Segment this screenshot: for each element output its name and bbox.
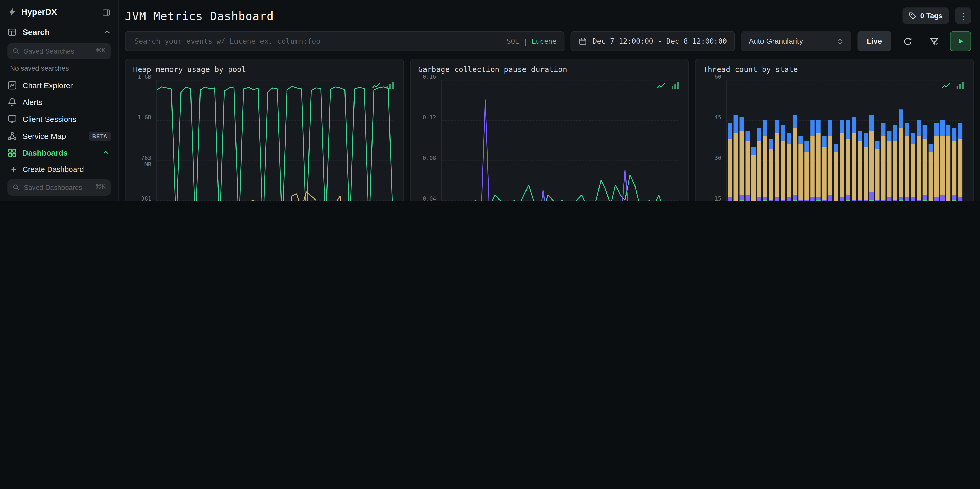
- granularity-value: Auto Granularity: [749, 37, 803, 46]
- y-tick-label: 763 MB: [133, 155, 151, 168]
- plot-area: [441, 80, 678, 201]
- y-tick-label: 30: [703, 155, 721, 161]
- refresh-button[interactable]: [897, 31, 918, 51]
- run-query-button[interactable]: [950, 31, 971, 51]
- panel-title: Thread count by state: [703, 65, 966, 74]
- event-search-input[interactable]: [133, 36, 502, 46]
- refresh-icon: [903, 37, 912, 46]
- sidebar: HyperDX Search ⌘K No saved searches Char…: [0, 0, 119, 201]
- nav-label: Chart Explorer: [22, 81, 111, 90]
- dashboard-header: JVM Metrics Dashboard 0 Tags ⋮: [119, 0, 980, 29]
- chevron-up-icon: [104, 29, 111, 36]
- nav-label: Alerts: [22, 98, 111, 107]
- no-saved-searches-text: No saved searches: [0, 63, 118, 77]
- panel-title: Garbage collection pause duration: [418, 65, 681, 74]
- dashboard-menu-button[interactable]: ⋮: [955, 8, 971, 24]
- sql-mode-label[interactable]: SQL: [507, 37, 519, 46]
- sidebar-item-alerts[interactable]: Alerts: [0, 94, 118, 111]
- brand-name: HyperDX: [21, 8, 98, 17]
- chart-explorer-icon: [8, 81, 17, 90]
- line-chart-toggle-icon[interactable]: [372, 82, 381, 89]
- live-label: Live: [867, 37, 882, 46]
- tags-button[interactable]: 0 Tags: [903, 8, 949, 24]
- sidebar-item-search[interactable]: Search: [0, 23, 118, 41]
- plus-icon: [10, 166, 18, 173]
- nav-label: Service Map: [22, 132, 84, 140]
- page-title: JVM Metrics Dashboard: [125, 9, 903, 22]
- panel-title: Heap memory usage by pool: [133, 65, 396, 74]
- date-range-value: Dec 7 12:00:00 - Dec 8 12:00:00: [593, 37, 727, 46]
- plot-area: [726, 80, 963, 201]
- nav-label: Client Sessions: [22, 115, 111, 123]
- query-language-toggle[interactable]: SQL | Lucene: [507, 37, 556, 46]
- plot-area: [156, 80, 393, 201]
- screen: HyperDX Search ⌘K No saved searches Char…: [0, 0, 980, 201]
- toolbar: SQL | Lucene Dec 7 12:00:00 - Dec 8 12:0…: [119, 29, 980, 55]
- lucene-mode-label[interactable]: Lucene: [531, 37, 557, 46]
- search-section-label: Search: [22, 27, 98, 37]
- date-range-picker[interactable]: Dec 7 12:00:00 - Dec 8 12:00:00: [571, 31, 735, 51]
- dashboards-grid-icon: [8, 148, 17, 157]
- granularity-select[interactable]: Auto Granularity: [741, 31, 851, 51]
- y-tick-label: 381 MB: [133, 196, 151, 201]
- sidebar-item-chart-explorer[interactable]: Chart Explorer: [0, 77, 118, 94]
- sidebar-item-client-sessions[interactable]: Client Sessions: [0, 111, 118, 127]
- saved-dashboards-input-wrap: ⌘K: [8, 180, 111, 196]
- chart-panel-threads: Thread count by state 015304560 Dec 7 12…: [695, 59, 974, 201]
- chart-canvas[interactable]: [727, 80, 963, 201]
- app: HyperDX Search ⌘K No saved searches Char…: [0, 0, 980, 201]
- search-icon: [13, 184, 19, 191]
- create-dashboard-button[interactable]: Create Dashboard: [0, 161, 118, 177]
- filter-icon: [929, 37, 939, 46]
- search-section-icon: [8, 27, 17, 37]
- chart-canvas[interactable]: [157, 80, 393, 201]
- bell-icon: [8, 97, 17, 107]
- y-tick-label: 60: [703, 74, 721, 80]
- chevron-up-icon: [101, 150, 111, 156]
- bar-chart-toggle-icon[interactable]: [386, 82, 395, 89]
- chart-panel-heap: Heap memory usage by pool 0 B381 MB763 M…: [125, 59, 404, 201]
- beta-badge: BETA: [89, 132, 111, 140]
- select-chevrons-icon: [837, 37, 844, 46]
- live-button[interactable]: Live: [858, 31, 891, 51]
- chart-canvas[interactable]: [442, 80, 678, 201]
- line-chart-toggle-icon[interactable]: [942, 82, 951, 89]
- y-tick-label: 15: [703, 196, 721, 201]
- sidebar-item-dashboards[interactable]: Dashboards: [0, 145, 118, 161]
- dashboard-grid: Heap memory usage by pool 0 B381 MB763 M…: [119, 55, 980, 201]
- play-icon: [957, 38, 964, 45]
- y-tick-label: 45: [703, 115, 721, 121]
- mode-divider: |: [523, 37, 528, 46]
- event-search-box: SQL | Lucene: [125, 31, 565, 51]
- saved-searches-shortcut: ⌘K: [95, 47, 106, 54]
- y-axis-labels: 00.040.080.120.16: [418, 77, 438, 201]
- y-tick-label: 0.16: [418, 74, 436, 80]
- nav-label: Dashboards: [22, 148, 95, 157]
- saved-searches-input-wrap: ⌘K: [8, 43, 111, 59]
- collapse-sidebar-icon[interactable]: [102, 8, 111, 16]
- kebab-icon: ⋮: [959, 11, 967, 20]
- y-axis-labels: 015304560: [703, 77, 723, 201]
- create-dashboard-label: Create Dashboard: [22, 165, 84, 174]
- y-tick-label: 1 GB: [133, 115, 151, 121]
- sidebar-item-service-map[interactable]: Service Map BETA: [0, 127, 118, 145]
- filter-edit-button[interactable]: [924, 31, 944, 51]
- tag-icon: [909, 12, 916, 19]
- sidebar-header: HyperDX: [0, 0, 118, 23]
- bar-chart-toggle-icon[interactable]: [956, 82, 964, 89]
- bar-chart-toggle-icon[interactable]: [671, 82, 679, 89]
- line-chart-toggle-icon[interactable]: [657, 82, 666, 89]
- calendar-icon: [579, 37, 587, 46]
- y-tick-label: 0.04: [418, 196, 436, 201]
- hyperdx-logo-icon: [8, 8, 17, 17]
- tags-label: 0 Tags: [920, 12, 942, 19]
- main-content: JVM Metrics Dashboard 0 Tags ⋮ SQL | Luc…: [119, 0, 980, 201]
- y-tick-label: 0.08: [418, 155, 436, 161]
- search-icon: [13, 48, 19, 54]
- y-tick-label: 0.12: [418, 115, 436, 121]
- saved-dashboards-section-header[interactable]: SAVED DASHBOARDS: [0, 199, 118, 201]
- y-axis-labels: 0 B381 MB763 MB1 GB1 GB: [133, 77, 153, 201]
- saved-dashboards-shortcut: ⌘K: [95, 183, 106, 190]
- monitor-icon: [8, 115, 17, 124]
- y-tick-label: 1 GB: [133, 74, 151, 80]
